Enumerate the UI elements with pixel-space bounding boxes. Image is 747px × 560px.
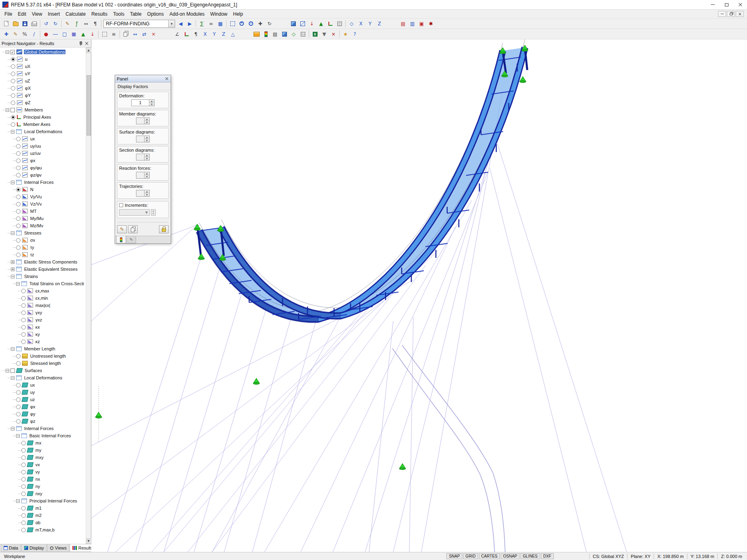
tree-item[interactable]: γxy <box>1 309 86 316</box>
reaction-forces-spinner[interactable]: ▲▼ <box>136 172 150 179</box>
tree-item[interactable]: Unstressed length <box>1 352 86 360</box>
tree-expander-plus[interactable]: + <box>11 268 14 271</box>
tree-radio[interactable] <box>21 513 26 518</box>
toggle-glines[interactable]: GLINES <box>520 553 540 559</box>
menu-options[interactable]: Options <box>144 10 167 18</box>
render-solid-button[interactable] <box>289 19 298 28</box>
tree-radio[interactable] <box>16 209 21 214</box>
view-in-y-button[interactable]: Y <box>365 19 375 28</box>
scale-factor-button[interactable]: % <box>20 30 29 39</box>
tree-radio[interactable] <box>16 412 21 416</box>
tree-item-label[interactable]: φX <box>24 86 31 91</box>
tree-item[interactable]: φZ <box>1 99 86 106</box>
tree-item-label[interactable]: u <box>24 57 28 62</box>
tree-item[interactable]: −Principal Internal Forces <box>1 497 86 504</box>
tree-item[interactable]: −Member Length <box>1 345 86 352</box>
favorites-button[interactable]: ★ <box>341 30 350 39</box>
tree-item-label[interactable]: φx <box>29 404 36 409</box>
next-load-case-button[interactable]: ▶ <box>185 19 194 28</box>
tree-radio[interactable] <box>21 340 26 344</box>
tree-radio[interactable] <box>16 202 21 206</box>
tree-radio[interactable] <box>11 79 15 83</box>
tree-item-label[interactable]: uz <box>29 397 36 402</box>
new-support-button[interactable]: ▲ <box>78 30 88 39</box>
navigator-scrollbar[interactable]: ▲ ▼ <box>86 47 91 544</box>
tree-item[interactable]: Principal Axes <box>1 113 86 121</box>
tree-item[interactable]: m2 <box>1 512 86 519</box>
render-wireframe-button[interactable] <box>298 19 307 28</box>
open-model-button[interactable] <box>11 19 20 28</box>
tree-radio[interactable] <box>16 253 21 257</box>
tree-expander-minus[interactable]: − <box>16 282 20 286</box>
menu-insert[interactable]: Insert <box>45 10 63 18</box>
menu-calculate[interactable]: Calculate <box>63 10 89 18</box>
new-surface-button[interactable]: □ <box>60 30 69 39</box>
mdi-close-button[interactable] <box>736 11 744 17</box>
tree-radio[interactable] <box>21 296 26 301</box>
tree-item-label[interactable]: Local Deformations <box>23 129 63 134</box>
tree-expander-minus[interactable]: − <box>11 231 14 235</box>
tree-item-label[interactable]: uY <box>24 71 31 76</box>
tree-radio[interactable] <box>16 390 21 395</box>
snap-settings-button[interactable]: ✚ <box>2 30 11 39</box>
new-solid-button[interactable]: ■ <box>69 30 78 39</box>
tree-expander-minus[interactable]: − <box>6 369 9 373</box>
perspective-button[interactable]: △ <box>228 30 237 39</box>
spinner-down-icon[interactable]: ▼ <box>144 175 149 178</box>
tree-item[interactable]: κy <box>1 331 86 338</box>
tree-item-label[interactable]: Member Axes <box>23 122 51 127</box>
menu-help[interactable]: Help <box>230 10 246 18</box>
tree-item[interactable]: uz <box>1 396 86 403</box>
tree-radio[interactable] <box>16 238 21 243</box>
tree-item-label[interactable]: φz/φv <box>29 173 42 177</box>
tree-radio[interactable] <box>21 477 26 482</box>
tree-item[interactable]: u <box>1 56 86 63</box>
tree-item[interactable]: nxy <box>1 490 86 497</box>
tree-checkbox[interactable] <box>10 369 15 373</box>
select-window-button[interactable] <box>100 30 109 39</box>
tree-item-label[interactable]: φy/φu <box>29 165 43 170</box>
spinner-up-icon[interactable]: ▲ <box>144 118 149 121</box>
tree-item-label[interactable]: Vz/Vv <box>29 202 43 206</box>
scroll-down-icon[interactable]: ▼ <box>86 538 91 544</box>
color-scale-tab[interactable] <box>116 236 126 243</box>
increments-spinner[interactable]: ▲▼ <box>151 209 156 216</box>
tree-radio[interactable] <box>21 484 26 489</box>
panel-close-icon[interactable] <box>165 76 169 81</box>
toggle-dxf[interactable]: DXF <box>541 553 554 559</box>
panel-title-bar[interactable]: Panel <box>115 75 171 82</box>
tree-radio[interactable] <box>11 122 15 127</box>
tree-radio[interactable] <box>16 383 21 387</box>
save-model-button[interactable] <box>20 19 29 28</box>
mdi-restore-button[interactable] <box>727 11 735 17</box>
tree-radio[interactable] <box>11 64 15 69</box>
tree-radio[interactable] <box>11 93 15 98</box>
tree-item[interactable]: φy <box>1 410 86 418</box>
menu-view[interactable]: View <box>29 10 45 18</box>
tree-item-label[interactable]: Unstressed length <box>29 354 67 358</box>
tree-item[interactable]: mxy <box>1 454 86 461</box>
menu-edit[interactable]: Edit <box>15 10 29 18</box>
navigator-close-icon[interactable] <box>85 41 89 46</box>
isometric-view-button[interactable]: ◇ <box>347 19 356 28</box>
tree-item-label[interactable]: Vy/Vu <box>29 194 43 199</box>
pan-view-button[interactable]: ✚ <box>256 19 265 28</box>
tree-radio[interactable] <box>11 72 15 76</box>
tree-item[interactable]: uX <box>1 63 86 70</box>
spinner-up-icon[interactable]: ▲ <box>151 210 155 212</box>
select-special-button[interactable]: ≡ <box>109 30 118 39</box>
tree-item[interactable]: τy <box>1 244 86 251</box>
tree-item-label[interactable]: εx,max <box>35 288 50 293</box>
tree-item-label[interactable]: mxy <box>35 455 44 460</box>
tree-item-label[interactable]: κx <box>35 325 41 329</box>
tree-radio[interactable] <box>21 528 26 532</box>
tree-radio[interactable] <box>16 173 21 177</box>
filter-results-button[interactable]: ▼ <box>320 30 329 39</box>
tree-expander-minus[interactable]: − <box>11 275 14 278</box>
tree-radio[interactable] <box>11 115 15 119</box>
tree-item-label[interactable]: uX <box>24 64 31 69</box>
new-member-button[interactable]: ― <box>51 30 60 39</box>
rotate-view-button[interactable]: ↻ <box>265 19 274 28</box>
tree-item-label[interactable]: τy <box>29 245 35 250</box>
tree-item[interactable]: mx <box>1 439 86 447</box>
